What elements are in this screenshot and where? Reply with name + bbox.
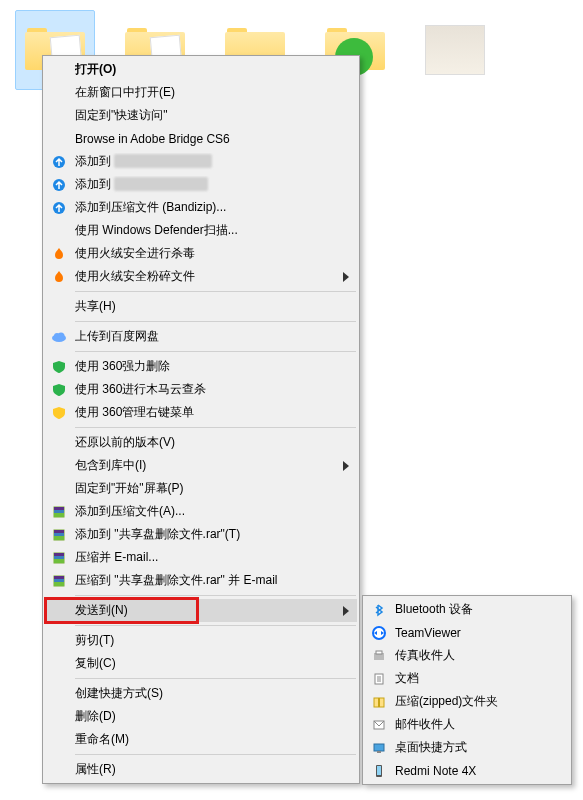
flame-icon: [49, 245, 69, 263]
menu-separator: [75, 595, 356, 596]
menu-item[interactable]: 创建快捷方式(S): [45, 682, 357, 705]
menu-item[interactable]: 上传到百度网盘: [45, 325, 357, 348]
chevron-right-icon: [343, 461, 349, 471]
yellow-shield-icon: [49, 404, 69, 422]
blank-icon: [49, 685, 69, 703]
submenu-item-label: TeamViewer: [395, 626, 539, 640]
menu-item-label: 添加到压缩文件(A)...: [75, 503, 327, 520]
blank-icon: [49, 602, 69, 620]
menu-item[interactable]: 重命名(M): [45, 728, 357, 751]
submenu-item-label: 邮件收件人: [395, 716, 539, 733]
svg-rect-32: [374, 744, 384, 751]
svg-rect-9: [54, 513, 64, 517]
zip-icon: [369, 693, 389, 711]
menu-item[interactable]: 包含到库中(I): [45, 454, 357, 477]
menu-item-label: 添加到 "共享盘删除文件.rar"(T): [75, 526, 327, 543]
menu-item[interactable]: 添加到压缩文件(A)...: [45, 500, 357, 523]
blank-icon: [49, 61, 69, 79]
menu-item[interactable]: 还原以前的版本(V): [45, 431, 357, 454]
menu-item[interactable]: 删除(D): [45, 705, 357, 728]
submenu-item[interactable]: Redmi Note 4X: [365, 759, 569, 782]
menu-item[interactable]: 属性(R): [45, 758, 357, 781]
svg-rect-24: [376, 651, 382, 654]
menu-item[interactable]: 使用 360强力删除: [45, 355, 357, 378]
context-menu: 打开(O)在新窗口中打开(E)固定到"快速访问"Browse in Adobe …: [42, 55, 360, 784]
rar-icon: [49, 572, 69, 590]
svg-rect-13: [54, 536, 64, 540]
menu-item[interactable]: 添加到压缩文件 (Bandizip)...: [45, 196, 357, 219]
green-shield-icon: [49, 358, 69, 376]
submenu-item-label: Redmi Note 4X: [395, 764, 539, 778]
blank-icon: [49, 130, 69, 148]
mail-icon: [369, 716, 389, 734]
menu-item-label: Browse in Adobe Bridge CS6: [75, 132, 327, 146]
menu-separator: [75, 678, 356, 679]
menu-item-label: 重命名(M): [75, 731, 327, 748]
send-to-submenu: Bluetooth 设备TeamViewer传真收件人文档压缩(zipped)文…: [362, 595, 572, 785]
menu-item[interactable]: 固定到"开始"屏幕(P): [45, 477, 357, 500]
bluetooth-icon: [369, 601, 389, 619]
menu-item[interactable]: 使用 Windows Defender扫描...: [45, 219, 357, 242]
svg-rect-20: [54, 579, 64, 582]
menu-item[interactable]: 使用火绒安全进行杀毒: [45, 242, 357, 265]
submenu-item[interactable]: 压缩(zipped)文件夹: [365, 690, 569, 713]
desktop-icon: [369, 739, 389, 757]
menu-item[interactable]: 共享(H): [45, 295, 357, 318]
submenu-item[interactable]: 文档: [365, 667, 569, 690]
menu-item-label: 固定到"开始"屏幕(P): [75, 480, 327, 497]
menu-item-label: 打开(O): [75, 61, 327, 78]
svg-rect-17: [54, 559, 64, 563]
menu-item-label: 还原以前的版本(V): [75, 434, 327, 451]
phone-icon: [369, 762, 389, 780]
menu-item-label: 包含到库中(I): [75, 457, 327, 474]
menu-item[interactable]: 使用火绒安全粉碎文件: [45, 265, 357, 288]
submenu-item[interactable]: 邮件收件人: [365, 713, 569, 736]
menu-item[interactable]: 使用 360管理右键菜单: [45, 401, 357, 424]
menu-separator: [75, 625, 356, 626]
menu-item[interactable]: 压缩并 E-mail...: [45, 546, 357, 569]
svg-rect-15: [54, 553, 64, 556]
submenu-item[interactable]: 桌面快捷方式: [365, 736, 569, 759]
svg-rect-35: [377, 766, 381, 775]
fax-icon: [369, 647, 389, 665]
menu-item[interactable]: 添加到 XXXXXXXXXX.rar: [45, 150, 357, 173]
menu-separator: [75, 754, 356, 755]
submenu-item-label: 压缩(zipped)文件夹: [395, 693, 539, 710]
submenu-item[interactable]: TeamViewer: [365, 621, 569, 644]
blank-icon: [49, 84, 69, 102]
menu-item[interactable]: 使用 360进行木马云查杀: [45, 378, 357, 401]
menu-item-label: 删除(D): [75, 708, 327, 725]
menu-item-label: 使用 Windows Defender扫描...: [75, 222, 327, 239]
menu-item-label: 添加到 XXXXXXXXXX.rar: [75, 153, 327, 170]
menu-item[interactable]: 发送到(N): [45, 599, 357, 622]
svg-rect-33: [377, 751, 381, 753]
menu-item[interactable]: 固定到"快速访问": [45, 104, 357, 127]
menu-item-label: 在新窗口中打开(E): [75, 84, 327, 101]
menu-separator: [75, 427, 356, 428]
menu-item[interactable]: 添加到 XXXXXXXXXX .Z: [45, 173, 357, 196]
blank-icon: [49, 655, 69, 673]
menu-item[interactable]: 剪切(T): [45, 629, 357, 652]
menu-item[interactable]: 在新窗口中打开(E): [45, 81, 357, 104]
green-shield-icon: [49, 381, 69, 399]
submenu-item[interactable]: 传真收件人: [365, 644, 569, 667]
chevron-right-icon: [343, 606, 349, 616]
cloud-icon: [49, 328, 69, 346]
chevron-right-icon: [343, 272, 349, 282]
menu-item[interactable]: 复制(C): [45, 652, 357, 675]
teamviewer-icon: [369, 624, 389, 642]
blank-icon: [49, 708, 69, 726]
menu-item[interactable]: 添加到 "共享盘删除文件.rar"(T): [45, 523, 357, 546]
blue-circle-icon: [49, 199, 69, 217]
menu-item[interactable]: 压缩到 "共享盘删除文件.rar" 并 E-mail: [45, 569, 357, 592]
menu-item[interactable]: Browse in Adobe Bridge CS6: [45, 127, 357, 150]
rar-icon: [49, 503, 69, 521]
menu-item-label: 创建快捷方式(S): [75, 685, 327, 702]
menu-item-label: 压缩并 E-mail...: [75, 549, 327, 566]
menu-item[interactable]: 打开(O): [45, 58, 357, 81]
submenu-item[interactable]: Bluetooth 设备: [365, 598, 569, 621]
menu-item-label: 添加到压缩文件 (Bandizip)...: [75, 199, 327, 216]
image-thumbnail[interactable]: [415, 10, 495, 90]
svg-rect-7: [54, 507, 64, 510]
submenu-item-label: 桌面快捷方式: [395, 739, 539, 756]
